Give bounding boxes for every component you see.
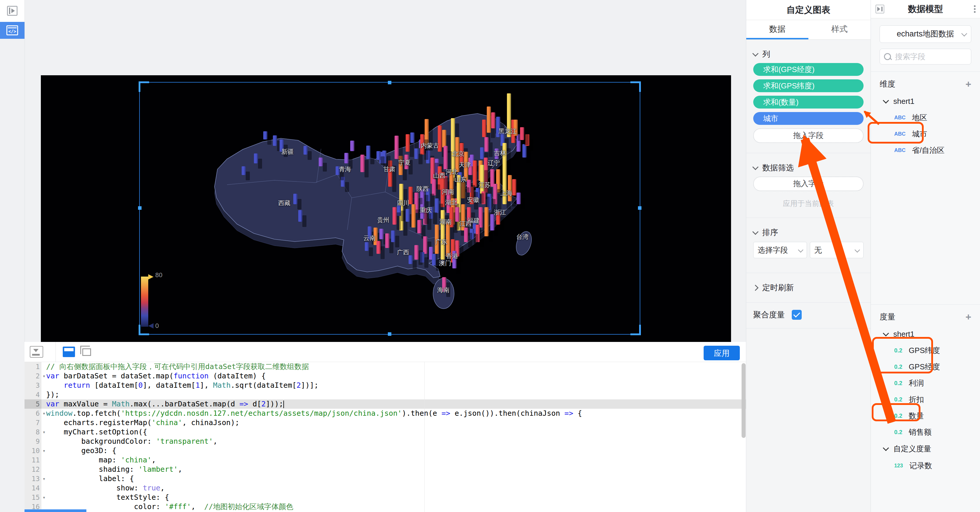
code-text: }); [41,390,59,399]
selection-edge-handle[interactable] [388,81,391,84]
code-line[interactable]: 3 return [dataItem[0], dataItem[1], Math… [24,381,746,390]
code-editor[interactable]: 1// 向右侧数据面板中拖入字段，可在代码中引用dataSet字段获取二维数组数… [24,362,746,512]
editor-vertical-scrollbar[interactable] [741,363,746,438]
fold-icon[interactable]: ▾ [43,446,46,455]
column-pill-measure[interactable]: 求和(GPS经度) [753,63,864,76]
sort-order-select[interactable]: 无 [810,242,864,258]
aggregate-checkbox[interactable] [792,310,802,320]
field-row[interactable]: 0.2数量 [871,407,980,424]
code-line[interactable]: 2▾var barDataSet = dataSet.map(function … [24,371,746,381]
field-row[interactable]: 123记录数 [871,458,980,474]
fold-icon[interactable]: ▾ [43,409,46,418]
more-options-icon[interactable] [974,4,976,14]
dimensions-tree: shert1 ABC地区ABC城市ABC省/自治区 [871,92,980,165]
sort-field-select[interactable]: 选择字段 [753,242,807,258]
chevron-down-icon [961,31,967,37]
line-number: 4 [24,390,41,399]
sidebar-item-custom-code-widget[interactable]: </> [0,22,24,39]
column-pill-measure[interactable]: 求和(GPS纬度) [753,80,864,92]
field-row[interactable]: ABC城市 [871,126,980,142]
add-dimension-icon[interactable]: + [966,81,971,87]
code-line[interactable]: 4}); [24,390,746,399]
filter-section-header[interactable]: 数据筛选 [753,162,864,173]
chart-settings-panel: 自定义图表 数据 样式 列 求和(GPS经度)求和(GPS纬度)求和(数量)城市… [746,0,870,512]
code-text: shading: 'lambert', [41,465,182,474]
search-input[interactable] [894,52,967,62]
editor-horizontal-scrollbar[interactable] [24,509,86,512]
field-row[interactable]: 0.2GPS经度 [871,359,980,375]
selection-edge-handle[interactable] [638,206,641,210]
fold-icon[interactable]: ▾ [43,428,46,437]
code-line[interactable]: 13▾ label: { [24,474,746,483]
widget-selection-frame[interactable] [139,82,640,335]
selection-corner-handle[interactable] [138,81,149,92]
dimension-group[interactable]: shert1 [871,93,980,110]
split-view-icon[interactable] [82,348,91,356]
chevron-down-icon [752,50,759,56]
field-row[interactable]: 0.2利润 [871,375,980,391]
measure-group[interactable]: shert1 [871,326,980,342]
dataset-select[interactable]: echarts地图数据 [880,25,971,43]
selection-edge-handle[interactable] [138,206,142,210]
filter-drop-zone[interactable]: 拖入字段 [753,176,864,191]
code-line[interactable]: 16 color: '#fff', //地图初始化区域字体颜色 [24,502,746,511]
code-line[interactable]: 1// 向右侧数据面板中拖入字段，可在代码中引用dataSet字段获取二维数组数… [24,362,746,371]
collapse-right-panel-icon[interactable] [875,5,884,13]
column-pill-measure[interactable]: 求和(数量) [753,96,864,108]
selection-corner-handle[interactable] [630,81,641,92]
aggregate-label: 聚合度量 [753,310,785,320]
fold-icon[interactable]: ▾ [43,493,46,502]
line-number: 10▾ [24,446,41,455]
code-line[interactable]: 12 shading: 'lambert', [24,465,746,474]
field-type-badge: ABC [894,131,905,137]
code-line[interactable]: 9 backgroundColor: 'transparent', [24,437,746,446]
field-type-badge: 0.2 [894,412,902,419]
field-row[interactable]: ABC省/自治区 [871,142,980,158]
search-field-box[interactable] [880,49,971,64]
columns-section-header[interactable]: 列 [753,49,864,59]
code-text: var barDataSet = dataSet.map(function (d… [41,371,266,381]
collapse-editor-icon[interactable] [30,346,43,358]
refresh-section-header[interactable]: 定时刷新 [753,282,864,293]
field-type-badge: 0.2 [894,380,902,386]
field-row[interactable]: ABC地区 [871,110,980,126]
line-number: 2▾ [24,371,41,381]
column-pills: 求和(GPS经度)求和(GPS纬度)求和(数量)城市 [753,63,864,125]
line-number: 9 [24,437,41,446]
line-number: 14 [24,483,41,493]
selection-corner-handle[interactable] [630,325,641,335]
code-window-icon: </> [6,25,18,35]
print-margin [424,362,425,512]
tab-style[interactable]: 样式 [808,20,870,40]
expand-left-panel-icon[interactable] [7,6,18,16]
field-label: 数量 [909,411,924,421]
field-label: GPS经度 [909,362,940,372]
field-row[interactable]: 0.2折扣 [871,391,980,407]
code-line[interactable]: 5var maxValue = Math.max(...barDataSet.m… [24,399,746,409]
field-row[interactable]: 0.2GPS纬度 [871,342,980,359]
selection-corner-handle[interactable] [138,325,149,335]
column-pill-dimension[interactable]: 城市 [753,112,864,125]
code-line[interactable]: 15▾ textStyle: { [24,493,746,502]
code-line[interactable]: 10▾ geo3D: { [24,446,746,455]
field-row[interactable]: 0.2销售额 [871,424,980,440]
add-measure-icon[interactable]: + [966,314,971,320]
single-view-icon[interactable] [63,347,75,357]
tab-data[interactable]: 数据 [746,20,808,40]
custom-measure-group[interactable]: 自定义度量 [871,440,980,458]
field-label: GPS纬度 [909,345,940,356]
code-line[interactable]: 6▾window.top.fetch('https://ydcdn.nosdn.… [24,409,746,418]
apply-button[interactable]: 应用 [704,346,740,360]
sort-section-header[interactable]: 排序 [753,227,864,238]
dashboard-canvas[interactable]: 新疆青海西藏甘肃宁夏内蒙古黑龙江吉林辽宁北京天津河北山西山东陕西河南江苏安徽上海… [41,75,731,342]
selection-edge-handle[interactable] [388,332,391,336]
code-line[interactable]: 11 map: 'china', [24,455,746,465]
code-line[interactable]: 7 echarts.registerMap('china', chinaJson… [24,418,746,428]
chevron-down-icon [854,247,860,252]
toolbar-divider [56,342,56,362]
code-line[interactable]: 8▾ myChart.setOption({ [24,428,746,437]
columns-drop-zone[interactable]: 拖入字段 [753,128,864,143]
fold-icon[interactable]: ▾ [43,371,46,381]
fold-icon[interactable]: ▾ [43,474,46,483]
code-line[interactable]: 14 show: true, [24,483,746,493]
